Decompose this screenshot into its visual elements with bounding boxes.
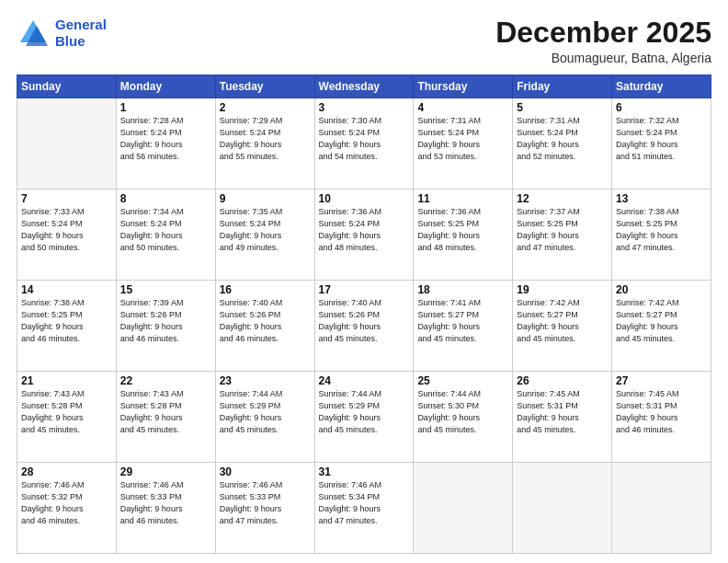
- day-number: 9: [220, 192, 311, 205]
- col-header-thursday: Thursday: [414, 75, 513, 98]
- calendar-cell: [414, 463, 513, 554]
- cell-info: Sunrise: 7:39 AM Sunset: 5:26 PM Dayligh…: [120, 297, 211, 345]
- day-number: 1: [120, 101, 211, 114]
- day-number: 26: [517, 374, 608, 387]
- day-number: 18: [417, 283, 508, 296]
- calendar-cell: 12Sunrise: 7:37 AM Sunset: 5:25 PM Dayli…: [513, 190, 612, 281]
- cell-info: Sunrise: 7:35 AM Sunset: 5:24 PM Dayligh…: [220, 206, 311, 254]
- day-number: 24: [319, 374, 410, 387]
- cell-info: Sunrise: 7:44 AM Sunset: 5:30 PM Dayligh…: [417, 388, 508, 436]
- day-number: 5: [517, 101, 608, 114]
- calendar-cell: 19Sunrise: 7:42 AM Sunset: 5:27 PM Dayli…: [513, 281, 612, 372]
- day-number: 20: [616, 283, 707, 296]
- day-number: 19: [517, 283, 608, 296]
- day-number: 30: [220, 465, 311, 478]
- day-number: 29: [120, 465, 211, 478]
- location-subtitle: Boumagueur, Batna, Algeria: [495, 51, 711, 65]
- calendar-cell: 15Sunrise: 7:39 AM Sunset: 5:26 PM Dayli…: [116, 281, 215, 372]
- day-number: 31: [319, 465, 410, 478]
- cell-info: Sunrise: 7:34 AM Sunset: 5:24 PM Dayligh…: [120, 206, 211, 254]
- page: General Blue December 2025 Boumagueur, B…: [0, 0, 728, 563]
- calendar-cell: [17, 98, 117, 190]
- day-number: 27: [616, 374, 707, 387]
- calendar-cell: 8Sunrise: 7:34 AM Sunset: 5:24 PM Daylig…: [116, 190, 215, 281]
- cell-info: Sunrise: 7:42 AM Sunset: 5:27 PM Dayligh…: [616, 297, 707, 345]
- day-number: 11: [417, 192, 508, 205]
- cell-info: Sunrise: 7:46 AM Sunset: 5:32 PM Dayligh…: [21, 479, 112, 527]
- day-number: 16: [220, 283, 311, 296]
- day-number: 7: [21, 192, 112, 205]
- cell-info: Sunrise: 7:29 AM Sunset: 5:24 PM Dayligh…: [220, 115, 311, 163]
- col-header-wednesday: Wednesday: [314, 75, 414, 98]
- cell-info: Sunrise: 7:46 AM Sunset: 5:33 PM Dayligh…: [220, 479, 311, 527]
- calendar-cell: 17Sunrise: 7:40 AM Sunset: 5:26 PM Dayli…: [314, 281, 414, 372]
- day-number: 15: [120, 283, 211, 296]
- calendar-cell: [513, 463, 612, 554]
- cell-info: Sunrise: 7:31 AM Sunset: 5:24 PM Dayligh…: [417, 115, 508, 163]
- logo: General Blue: [17, 17, 107, 50]
- calendar-cell: 21Sunrise: 7:43 AM Sunset: 5:28 PM Dayli…: [17, 372, 117, 463]
- calendar-cell: 2Sunrise: 7:29 AM Sunset: 5:24 PM Daylig…: [215, 98, 314, 190]
- calendar-cell: 28Sunrise: 7:46 AM Sunset: 5:32 PM Dayli…: [17, 463, 117, 554]
- calendar-header-row: SundayMondayTuesdayWednesdayThursdayFrid…: [17, 75, 711, 98]
- day-number: 21: [21, 374, 112, 387]
- calendar-cell: 26Sunrise: 7:45 AM Sunset: 5:31 PM Dayli…: [513, 372, 612, 463]
- day-number: 8: [120, 192, 211, 205]
- header: General Blue December 2025 Boumagueur, B…: [17, 17, 711, 65]
- col-header-friday: Friday: [513, 75, 612, 98]
- calendar-cell: 11Sunrise: 7:36 AM Sunset: 5:25 PM Dayli…: [414, 190, 513, 281]
- cell-info: Sunrise: 7:45 AM Sunset: 5:31 PM Dayligh…: [517, 388, 608, 436]
- day-number: 2: [220, 101, 311, 114]
- col-header-monday: Monday: [116, 75, 215, 98]
- day-number: 23: [220, 374, 311, 387]
- calendar-cell: 1Sunrise: 7:28 AM Sunset: 5:24 PM Daylig…: [116, 98, 215, 190]
- calendar-week-row: 7Sunrise: 7:33 AM Sunset: 5:24 PM Daylig…: [17, 190, 711, 281]
- calendar-table: SundayMondayTuesdayWednesdayThursdayFrid…: [17, 75, 711, 554]
- calendar-cell: 5Sunrise: 7:31 AM Sunset: 5:24 PM Daylig…: [513, 98, 612, 190]
- calendar-cell: 31Sunrise: 7:46 AM Sunset: 5:34 PM Dayli…: [314, 463, 414, 554]
- calendar-cell: 3Sunrise: 7:30 AM Sunset: 5:24 PM Daylig…: [314, 98, 414, 190]
- cell-info: Sunrise: 7:38 AM Sunset: 5:25 PM Dayligh…: [21, 297, 112, 345]
- title-block: December 2025 Boumagueur, Batna, Algeria: [495, 17, 711, 65]
- calendar-cell: 23Sunrise: 7:44 AM Sunset: 5:29 PM Dayli…: [215, 372, 314, 463]
- cell-info: Sunrise: 7:36 AM Sunset: 5:25 PM Dayligh…: [417, 206, 508, 254]
- cell-info: Sunrise: 7:31 AM Sunset: 5:24 PM Dayligh…: [517, 115, 608, 163]
- calendar-cell: 27Sunrise: 7:45 AM Sunset: 5:31 PM Dayli…: [612, 372, 711, 463]
- day-number: 12: [517, 192, 608, 205]
- col-header-tuesday: Tuesday: [215, 75, 314, 98]
- calendar-cell: 10Sunrise: 7:36 AM Sunset: 5:24 PM Dayli…: [314, 190, 414, 281]
- calendar-cell: 4Sunrise: 7:31 AM Sunset: 5:24 PM Daylig…: [414, 98, 513, 190]
- calendar-week-row: 28Sunrise: 7:46 AM Sunset: 5:32 PM Dayli…: [17, 463, 711, 554]
- calendar-cell: [612, 463, 711, 554]
- col-header-saturday: Saturday: [612, 75, 711, 98]
- calendar-cell: 13Sunrise: 7:38 AM Sunset: 5:25 PM Dayli…: [612, 190, 711, 281]
- logo-icon: [17, 17, 50, 50]
- cell-info: Sunrise: 7:36 AM Sunset: 5:24 PM Dayligh…: [319, 206, 410, 254]
- calendar-week-row: 1Sunrise: 7:28 AM Sunset: 5:24 PM Daylig…: [17, 98, 711, 190]
- month-title: December 2025: [495, 17, 711, 49]
- calendar-cell: 30Sunrise: 7:46 AM Sunset: 5:33 PM Dayli…: [215, 463, 314, 554]
- cell-info: Sunrise: 7:30 AM Sunset: 5:24 PM Dayligh…: [319, 115, 410, 163]
- col-header-sunday: Sunday: [17, 75, 117, 98]
- calendar-cell: 18Sunrise: 7:41 AM Sunset: 5:27 PM Dayli…: [414, 281, 513, 372]
- day-number: 4: [417, 101, 508, 114]
- calendar-cell: 24Sunrise: 7:44 AM Sunset: 5:29 PM Dayli…: [314, 372, 414, 463]
- cell-info: Sunrise: 7:44 AM Sunset: 5:29 PM Dayligh…: [220, 388, 311, 436]
- day-number: 6: [616, 101, 707, 114]
- cell-info: Sunrise: 7:46 AM Sunset: 5:34 PM Dayligh…: [319, 479, 410, 527]
- cell-info: Sunrise: 7:38 AM Sunset: 5:25 PM Dayligh…: [616, 206, 707, 254]
- cell-info: Sunrise: 7:45 AM Sunset: 5:31 PM Dayligh…: [616, 388, 707, 436]
- cell-info: Sunrise: 7:40 AM Sunset: 5:26 PM Dayligh…: [319, 297, 410, 345]
- day-number: 14: [21, 283, 112, 296]
- cell-info: Sunrise: 7:37 AM Sunset: 5:25 PM Dayligh…: [517, 206, 608, 254]
- cell-info: Sunrise: 7:32 AM Sunset: 5:24 PM Dayligh…: [616, 115, 707, 163]
- day-number: 17: [319, 283, 410, 296]
- calendar-week-row: 14Sunrise: 7:38 AM Sunset: 5:25 PM Dayli…: [17, 281, 711, 372]
- calendar-cell: 9Sunrise: 7:35 AM Sunset: 5:24 PM Daylig…: [215, 190, 314, 281]
- day-number: 25: [417, 374, 508, 387]
- calendar-cell: 29Sunrise: 7:46 AM Sunset: 5:33 PM Dayli…: [116, 463, 215, 554]
- calendar-cell: 7Sunrise: 7:33 AM Sunset: 5:24 PM Daylig…: [17, 190, 117, 281]
- day-number: 3: [319, 101, 410, 114]
- calendar-cell: 16Sunrise: 7:40 AM Sunset: 5:26 PM Dayli…: [215, 281, 314, 372]
- day-number: 22: [120, 374, 211, 387]
